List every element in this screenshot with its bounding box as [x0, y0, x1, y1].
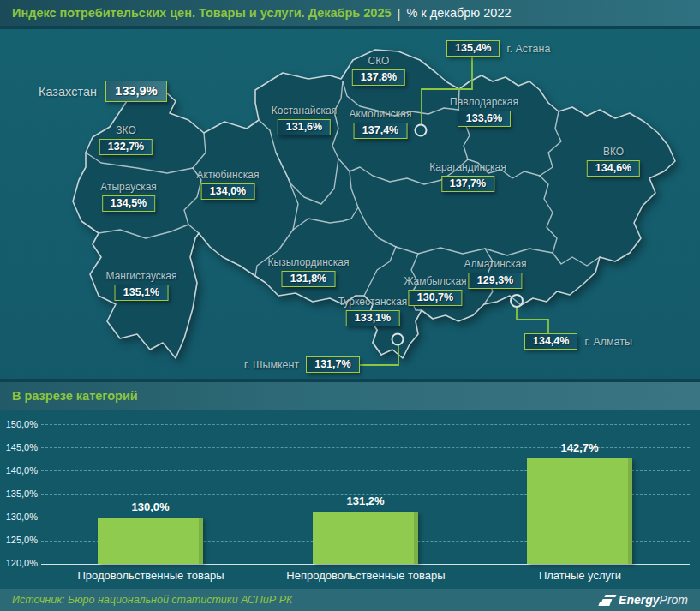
national-value-box: 133,9%	[105, 81, 167, 102]
bar-value-label: 142,7%	[560, 441, 598, 454]
title-separator: |	[398, 6, 401, 21]
region-label-vko: ВКО 134,6%	[587, 146, 640, 177]
energyprom-logo: EnergyProm	[601, 593, 688, 607]
y-tick-label: 135,0%	[0, 488, 38, 499]
region-name: Атырауская	[100, 181, 157, 193]
bar-nonfood: 131,2%	[313, 512, 418, 564]
footer-bar: Источник: Бюро национальной статистики А…	[0, 589, 700, 611]
y-tick-label: 125,0%	[0, 535, 38, 545]
region-value-box: 133,1%	[346, 310, 399, 326]
region-name: СКО	[352, 55, 405, 67]
y-tick-label: 130,0%	[0, 512, 38, 522]
city-label-shymkent: г. Шымкент 131,7%	[244, 356, 360, 373]
x-axis-line	[41, 564, 690, 565]
region-label-pavlodar: Павлодарская 133,6%	[450, 96, 518, 127]
kazakhstan-map: Казахстан 133,9% ЗКО 132,7% Атырауская 1…	[0, 29, 700, 379]
region-label-kostanay: Костанайская 131,6%	[272, 105, 337, 135]
region-value-box: 137,7%	[441, 176, 494, 192]
region-name: Актюбинская	[197, 169, 260, 181]
city-label-almaty: 134,4% г. Алматы	[524, 333, 632, 350]
region-value-box: 131,6%	[278, 119, 331, 135]
energyprom-logo-icon	[599, 595, 617, 606]
region-name: ВКО	[587, 146, 640, 158]
section-title: В разрезе категорий	[12, 389, 138, 403]
region-name: Карагандинская	[429, 161, 506, 173]
region-label-aktobe: Актюбинская 134,0%	[197, 169, 260, 200]
logo-text-light: Prom	[660, 593, 688, 607]
region-label-almaty-region: Алматинская 129,3%	[464, 258, 526, 289]
region-value-box: 134,6%	[587, 160, 640, 177]
city-value-box: 131,7%	[306, 356, 359, 373]
almaty-marker	[511, 295, 523, 307]
city-name: г. Алматы	[584, 336, 632, 348]
region-name: Павлодарская	[450, 96, 518, 108]
y-tick-label: 145,0%	[0, 442, 38, 452]
region-label-akmola: Акмолинская 137,4%	[350, 108, 412, 139]
page-subtitle: % к декабрю 2022	[406, 6, 511, 20]
city-name: г. Астана	[506, 43, 550, 55]
region-name: ЗКО	[99, 124, 153, 136]
region-value-box: 133,6%	[458, 111, 511, 127]
region-value-box: 132,7%	[99, 139, 153, 155]
y-tick-label: 150,0%	[0, 419, 38, 429]
region-name: Алматинская	[464, 258, 526, 270]
region-label-karaganda: Карагандинская 137,7%	[429, 161, 506, 192]
bar-food: 130,0%	[98, 518, 203, 564]
category-label-food: Продовольственные товары	[78, 569, 224, 582]
city-value-box: 134,4%	[524, 333, 577, 350]
page-title: Индекс потребительских цен. Товары и усл…	[12, 6, 392, 20]
region-label-zko: ЗКО 132,7%	[99, 124, 153, 155]
energyprom-logo-text: EnergyProm	[619, 593, 688, 607]
region-label-mangystau: Мангистауская 135,1%	[106, 270, 177, 301]
region-value-box: 134,5%	[102, 195, 155, 212]
logo-text-bold: Energy	[619, 593, 659, 607]
region-value-box: 130,7%	[409, 290, 462, 306]
region-value-box: 129,3%	[469, 273, 522, 289]
region-label-turkestan: Туркестанская 133,1%	[338, 296, 408, 326]
region-name: Туркестанская	[338, 296, 408, 308]
region-name: Акмолинская	[350, 108, 412, 120]
national-value-group: Казахстан 133,9%	[39, 81, 167, 102]
region-name: Жамбылская	[404, 275, 466, 287]
region-name: Костанайская	[272, 105, 337, 117]
source-note: Источник: Бюро национальной статистики А…	[12, 594, 292, 606]
shymkent-marker	[392, 334, 404, 345]
category-label-services: Платные услуги	[539, 569, 621, 582]
category-label-nonfood: Непродовольственные товары	[286, 569, 445, 582]
y-tick-label: 140,0%	[0, 465, 38, 476]
bar-value-label: 130,0%	[131, 500, 169, 513]
city-name: г. Шымкент	[244, 359, 299, 371]
y-tick-label: 120,0%	[0, 558, 38, 568]
section-banner: В разрезе категорий	[0, 382, 700, 410]
region-name: Кызылординская	[268, 256, 350, 268]
city-value-box: 135,4%	[446, 40, 500, 57]
region-value-box: 137,8%	[352, 69, 405, 86]
gridline	[41, 424, 690, 425]
region-label-sko: СКО 137,8%	[352, 55, 405, 86]
region-name: Мангистауская	[106, 270, 177, 282]
header-bar: Индекс потребительских цен. Товары и усл…	[0, 0, 700, 26]
bar-value-label: 131,2%	[346, 494, 384, 507]
infographic-page: Индекс потребительских цен. Товары и усл…	[0, 0, 700, 611]
region-label-kyzylorda: Кызылординская 131,8%	[268, 256, 350, 287]
region-value-box: 137,4%	[354, 123, 407, 139]
region-label-atyrau: Атырауская 134,5%	[100, 181, 157, 212]
region-value-box: 135,1%	[115, 285, 168, 301]
astana-marker	[416, 125, 427, 136]
city-label-astana: 135,4% г. Астана	[446, 40, 550, 57]
region-value-box: 131,8%	[282, 271, 335, 287]
category-bar-chart: 130,0% 131,2% 142,7% 150,0% 145,0% 140,0…	[0, 410, 700, 589]
region-value-box: 134,0%	[201, 183, 254, 200]
national-label: Казахстан	[39, 85, 97, 99]
region-label-zhambyl: Жамбылская 130,7%	[404, 275, 466, 306]
bar-services: 142,7%	[527, 458, 632, 564]
chart-plot-area: 130,0% 131,2% 142,7%	[41, 424, 690, 564]
